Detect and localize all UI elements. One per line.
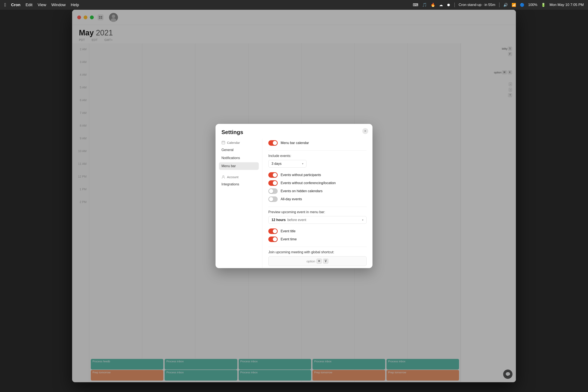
menu-help[interactable]: Help xyxy=(71,2,79,7)
battery-icon: 🔋 xyxy=(541,3,546,7)
divider-3 xyxy=(268,247,366,247)
events-without-conferencing-row: Events without conferencing/location xyxy=(268,179,366,187)
sidebar-item-integrations[interactable]: Integrations xyxy=(219,180,259,188)
join-cmd-key: ⌘ xyxy=(316,258,322,264)
include-events-arrow: ▾ xyxy=(302,162,303,165)
settings-title: Settings xyxy=(222,129,366,136)
calendar-section-icon xyxy=(222,141,225,144)
menu-view[interactable]: View xyxy=(38,2,46,7)
sidebar-section-account-label: Account xyxy=(227,175,238,179)
join-shortcut-box[interactable]: option ⌘ V xyxy=(268,256,366,266)
events-without-participants-row: Events without participants xyxy=(268,171,366,179)
preview-label: Preview upcoming event in menu bar: xyxy=(268,210,366,214)
event-title-row: Event title xyxy=(268,227,366,235)
volume-icon[interactable]: 🔊 xyxy=(503,3,508,7)
join-option-label: option xyxy=(306,260,315,263)
event-time-label: Event time xyxy=(281,237,297,241)
menubar-divider xyxy=(454,2,455,7)
app-name[interactable]: Cron xyxy=(11,2,20,7)
menu-bar-calendar-toggle[interactable] xyxy=(268,140,278,146)
sidebar-section-account: Account Integrations xyxy=(219,173,259,188)
svg-point-11 xyxy=(222,176,224,177)
bluetooth-icon[interactable]: 🔵 xyxy=(520,3,524,7)
divider-2 xyxy=(268,206,366,207)
all-day-events-toggle[interactable] xyxy=(268,196,278,202)
music-icon[interactable]: 🎵 xyxy=(422,2,427,7)
screen-icon[interactable]: ⌨ xyxy=(413,2,418,7)
hours-dropdown-arrow: ▾ xyxy=(362,218,363,222)
settings-body: Calendar General Notifications Menu bar xyxy=(216,136,372,268)
join-shortcut-label: Join upcoming meeting with global shortc… xyxy=(268,250,366,254)
datetime-label[interactable]: Mon May 10 7:05 PM xyxy=(550,3,584,7)
sidebar-section-header-calendar: Calendar xyxy=(219,139,259,146)
event-title-toggle[interactable] xyxy=(268,228,278,234)
hours-suffix: before event xyxy=(288,218,306,222)
include-events-label: Include events: xyxy=(268,154,366,158)
events-on-hidden-toggle[interactable] xyxy=(268,188,278,194)
event-title-label: Event title xyxy=(281,229,296,233)
events-without-participants-toggle[interactable] xyxy=(268,172,278,178)
sidebar-item-notifications[interactable]: Notifications xyxy=(219,154,259,162)
events-without-conferencing-label: Events without conferencing/location xyxy=(281,181,336,185)
all-day-events-label: All-day events xyxy=(281,197,302,201)
cron-event-label[interactable]: Cron stand-up · in 55m xyxy=(458,3,495,7)
sidebar-item-menubar[interactable]: Menu bar xyxy=(219,162,259,170)
event-time-row: Event time xyxy=(268,235,366,243)
event-time-toggle[interactable] xyxy=(268,236,278,242)
apple-menu[interactable]:  xyxy=(4,2,6,8)
menu-edit[interactable]: Edit xyxy=(26,2,32,7)
events-on-hidden-row: Events on hidden calendars xyxy=(268,187,366,195)
events-without-participants-label: Events without participants xyxy=(281,173,321,177)
menubar:  Cron Edit View Window Help ⌨ 🎵 🔥 ☁ ⏺ C… xyxy=(0,0,588,10)
sidebar-section-calendar: Calendar General Notifications Menu bar xyxy=(219,139,259,170)
all-day-events-row: All-day events xyxy=(268,195,366,203)
settings-content: Menu bar calendar Include events: 3 days… xyxy=(262,139,372,268)
wifi-icon[interactable]: 📶 xyxy=(512,3,516,7)
svg-rect-7 xyxy=(222,141,225,144)
menubar-divider-2 xyxy=(499,2,500,7)
record-icon[interactable]: ⏺ xyxy=(447,3,450,7)
battery-label: 100% xyxy=(528,3,537,7)
include-events-value: 3 days xyxy=(272,162,282,166)
sidebar-section-header-account: Account xyxy=(219,173,259,180)
settings-modal-overlay: Settings × Cale xyxy=(72,10,516,382)
join-v-key: V xyxy=(323,258,328,264)
account-section-icon xyxy=(222,175,225,179)
events-on-hidden-label: Events on hidden calendars xyxy=(281,189,322,193)
menubar-right: ⌨ 🎵 🔥 ☁ ⏺ Cron stand-up · in 55m 🔊 📶 🔵 1… xyxy=(413,2,584,7)
menu-bar-calendar-label: Menu bar calendar xyxy=(281,141,309,145)
include-events-dropdown[interactable]: 3 days ▾ xyxy=(268,160,306,168)
hours-value: 12 hours xyxy=(272,218,286,222)
hours-before-event-dropdown[interactable]: 12 hours before event ▾ xyxy=(268,216,366,224)
menubar-left:  Cron Edit View Window Help xyxy=(4,2,79,8)
events-without-conferencing-toggle[interactable] xyxy=(268,180,278,186)
settings-sidebar: Calendar General Notifications Menu bar xyxy=(216,139,262,268)
settings-close-button[interactable]: × xyxy=(362,128,368,134)
app-window: May 2021 PDT EDT GMT+ 2 AM 3 AM 4 AM 5 A… xyxy=(72,10,516,382)
settings-header: Settings × xyxy=(216,124,372,136)
flame-icon[interactable]: 🔥 xyxy=(430,2,435,7)
menu-window[interactable]: Window xyxy=(51,2,66,7)
settings-modal: Settings × Cale xyxy=(216,124,372,268)
menu-bar-calendar-row: Menu bar calendar xyxy=(268,139,366,147)
sidebar-section-calendar-label: Calendar xyxy=(227,141,240,144)
sidebar-item-general[interactable]: General xyxy=(219,146,259,154)
cloud-icon[interactable]: ☁ xyxy=(439,2,443,7)
